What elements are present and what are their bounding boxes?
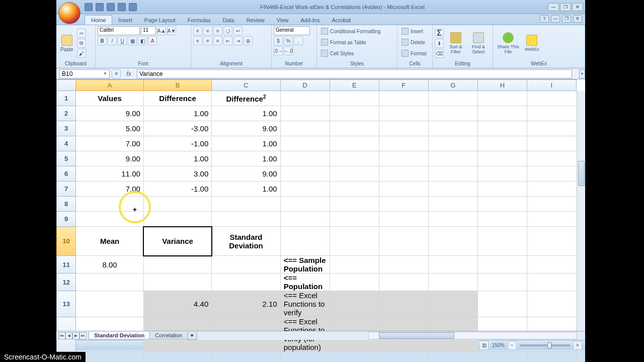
cell-I11[interactable]: [527, 256, 576, 274]
tab-insert[interactable]: Insert: [112, 16, 138, 25]
paste-button[interactable]: Paste: [58, 34, 75, 53]
wrap-text-button[interactable]: ↩: [233, 26, 243, 35]
cell-G8[interactable]: [428, 197, 477, 212]
cell-H12[interactable]: [477, 274, 527, 291]
column-header-D[interactable]: D: [280, 80, 330, 91]
column-header-G[interactable]: G: [428, 80, 477, 91]
cell-D1[interactable]: [280, 91, 330, 106]
cell-B11[interactable]: [143, 256, 211, 274]
cell-B4[interactable]: -1.00: [143, 136, 211, 151]
cell-A2[interactable]: 9.00: [76, 106, 143, 121]
cell-C11[interactable]: [212, 256, 280, 274]
cell-F6[interactable]: [379, 166, 428, 182]
currency-icon[interactable]: $: [274, 36, 283, 45]
row-header-4[interactable]: 4: [57, 136, 76, 151]
grow-font-icon[interactable]: A▲: [157, 26, 166, 35]
row-header-10[interactable]: 10: [57, 227, 76, 256]
minimize-ribbon-button[interactable]: —: [551, 15, 560, 23]
cell-D13[interactable]: <== Excel Functions to verify: [280, 291, 330, 317]
next-sheet-button[interactable]: ▶: [72, 332, 79, 339]
undo-icon[interactable]: [96, 3, 104, 11]
tab-acrobat[interactable]: Acrobat: [326, 16, 357, 25]
cell-A3[interactable]: 5.00: [76, 121, 143, 136]
cell-A11[interactable]: 8.00: [76, 256, 143, 274]
cell-E12[interactable]: [330, 274, 379, 291]
worksheet-grid[interactable]: ABCDEFGHI1ValuesDifferenceDifference229.…: [56, 79, 585, 331]
cell-H6[interactable]: [477, 166, 527, 182]
cell-H4[interactable]: [477, 136, 527, 151]
print-preview-icon[interactable]: [129, 3, 137, 11]
cell-B7[interactable]: -1.00: [143, 182, 211, 197]
orientation-icon[interactable]: ⭯: [223, 26, 232, 35]
number-format-select[interactable]: General: [274, 26, 310, 35]
column-header-A[interactable]: A: [76, 80, 143, 91]
cell-F12[interactable]: [379, 274, 428, 291]
cell-C6[interactable]: 9.00: [212, 166, 280, 182]
cell-C7[interactable]: 1.00: [212, 182, 280, 197]
merge-center-button[interactable]: ⊞: [244, 36, 253, 45]
tab-view[interactable]: View: [271, 16, 295, 25]
cell-D9[interactable]: [280, 212, 330, 227]
scroll-thumb[interactable]: [578, 161, 585, 186]
cell-I6[interactable]: [527, 166, 576, 182]
cell-H9[interactable]: [477, 212, 527, 227]
name-box[interactable]: B10▼: [59, 69, 110, 78]
cell-G6[interactable]: [428, 166, 477, 182]
cell-A12[interactable]: [76, 274, 143, 291]
tab-formulas[interactable]: Formulas: [182, 16, 217, 25]
cell-D6[interactable]: [280, 166, 330, 182]
border-button[interactable]: ▦: [128, 36, 137, 45]
cell-B2[interactable]: 1.00: [143, 106, 211, 121]
cell-H13[interactable]: [477, 291, 527, 317]
tab-data[interactable]: Data: [216, 16, 240, 25]
cell-D12[interactable]: <== Population: [280, 274, 330, 291]
help-icon[interactable]: ?: [540, 15, 549, 23]
cell-H15[interactable]: [477, 352, 527, 363]
cell-D4[interactable]: [280, 136, 330, 151]
sheet-tab-correlation[interactable]: Correlation: [149, 332, 188, 339]
cell-C3[interactable]: 9.00: [212, 121, 280, 136]
sheet-tab-standard-deviation[interactable]: Standard Deviation: [89, 332, 150, 339]
cell-E7[interactable]: [330, 182, 379, 197]
font-name-select[interactable]: Calibri: [98, 26, 140, 35]
cell-E3[interactable]: [330, 121, 379, 136]
percent-icon[interactable]: %: [284, 36, 293, 45]
cell-F7[interactable]: [379, 182, 428, 197]
align-right-icon[interactable]: ≡: [213, 36, 222, 45]
last-sheet-button[interactable]: ⏭: [79, 332, 87, 339]
cell-F2[interactable]: [379, 106, 428, 121]
bold-button[interactable]: B: [98, 36, 107, 45]
horizontal-scrollbar[interactable]: [368, 332, 577, 339]
cell-I5[interactable]: [527, 151, 576, 166]
cell-A9[interactable]: [76, 212, 143, 227]
cell-B13[interactable]: 4.40: [143, 291, 211, 317]
cell-G3[interactable]: [428, 121, 477, 136]
redo-icon[interactable]: [107, 3, 115, 11]
align-center-icon[interactable]: ≡: [203, 36, 212, 45]
cell-F8[interactable]: [379, 197, 428, 212]
tab-home[interactable]: Home: [85, 15, 112, 25]
cell-G15[interactable]: [428, 352, 477, 363]
cell-B9[interactable]: [143, 212, 211, 227]
font-color-button[interactable]: A: [148, 36, 157, 45]
cell-C5[interactable]: 1.00: [212, 151, 280, 166]
find-select-button[interactable]: Find & Select: [468, 31, 489, 55]
fill-color-button[interactable]: ◧: [138, 36, 147, 45]
cell-G9[interactable]: [428, 212, 477, 227]
increase-indent-icon[interactable]: ⇥: [233, 36, 243, 45]
cell-F10[interactable]: [379, 227, 428, 256]
cell-F11[interactable]: [379, 256, 428, 274]
format-painter-icon[interactable]: 🖌: [77, 49, 86, 58]
cell-B3[interactable]: -3.00: [143, 121, 211, 136]
row-header-13[interactable]: 13: [57, 291, 76, 317]
cell-A1[interactable]: Values: [76, 91, 143, 106]
cell-A5[interactable]: 9.00: [76, 151, 143, 166]
cell-D7[interactable]: [280, 182, 330, 197]
column-header-I[interactable]: I: [527, 80, 576, 91]
cell-E2[interactable]: [330, 106, 379, 121]
row-header-6[interactable]: 6: [57, 166, 76, 182]
open-icon[interactable]: [118, 3, 126, 11]
cell-I8[interactable]: [527, 197, 576, 212]
row-header-11[interactable]: 11: [57, 256, 76, 274]
insert-cells-button[interactable]: Insert: [399, 26, 425, 36]
